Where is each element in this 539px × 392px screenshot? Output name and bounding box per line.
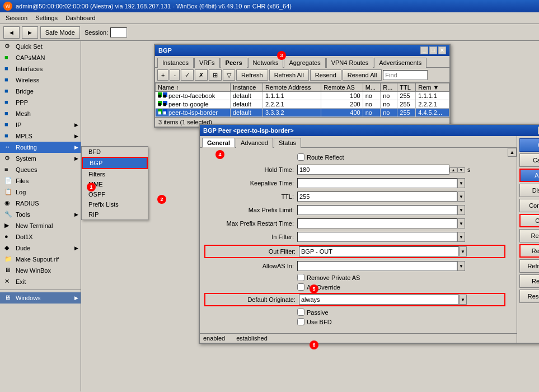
allowasin-input[interactable] [297, 261, 457, 271]
refreshall-peer-btn[interactable]: Refresh All [519, 259, 539, 273]
apply-btn[interactable]: Apply [519, 169, 539, 182]
hold-time-spin-up[interactable]: ▲ [449, 167, 457, 172]
sidebar-item-dot1x[interactable]: ● Dot1X [0, 231, 81, 242]
scroll-up-btn[interactable]: ▲ [508, 148, 517, 157]
bgp-filter-btn[interactable]: ▽ [223, 69, 235, 81]
submenu-item-rip[interactable]: RIP [82, 209, 148, 220]
refresh-peer-btn[interactable]: Refresh [519, 244, 539, 258]
bgp-resendall-btn[interactable]: Resend All [343, 69, 382, 81]
col-name[interactable]: Name ↑ [156, 83, 231, 92]
sidebar-item-windows[interactable]: 🖥 Windows ▶ [0, 292, 81, 304]
infilter-dropdown[interactable]: ▼ [457, 232, 465, 242]
bgp-copy-tool-btn[interactable]: ⊞ [209, 69, 222, 81]
session-input[interactable] [110, 27, 127, 38]
sidebar-item-ip[interactable]: ■ IP ▶ [0, 119, 81, 130]
route-reflect-checkbox[interactable] [297, 153, 304, 161]
copy-btn[interactable]: Copy [519, 214, 539, 227]
sidebar-item-makesupout[interactable]: 📁 Make Supout.rif [0, 254, 81, 265]
infilter-input[interactable] [297, 232, 457, 242]
menu-settings[interactable]: Settings [32, 13, 61, 22]
sidebar-item-dude[interactable]: ◆ Dude ▶ [0, 242, 81, 254]
sidebar-item-radius[interactable]: ◉ RADIUS [0, 198, 81, 209]
bgp-close-btn[interactable]: ✕ [438, 46, 446, 54]
usebfd-checkbox[interactable] [297, 318, 304, 325]
menu-session[interactable]: Session [2, 13, 31, 22]
remove-btn[interactable]: Remove [519, 229, 539, 242]
tab-networks[interactable]: Networks [248, 58, 284, 68]
passive-checkbox[interactable] [297, 309, 304, 316]
sidebar-item-capsman[interactable]: ■ CAPsMAN [0, 52, 81, 63]
submenu-item-bgp[interactable]: BGP [82, 157, 148, 169]
ok-btn[interactable]: OK [519, 138, 539, 152]
sidebar-item-system[interactable]: ⚙ System ▶ [0, 153, 81, 164]
submenu-item-bfd[interactable]: BFD [82, 147, 148, 157]
removeprivateas-checkbox[interactable] [297, 274, 304, 281]
submenu-item-prefixlists[interactable]: Prefix Lists [82, 199, 148, 209]
tab-aggregates[interactable]: Aggregates [284, 58, 325, 68]
sidebar-item-wireless[interactable]: ■ Wireless [0, 74, 81, 86]
maxprefixrestart-dropdown[interactable]: ▼ [457, 218, 465, 228]
asoverride-checkbox[interactable] [297, 283, 304, 291]
outfilter-input[interactable] [299, 246, 459, 256]
maxprefix-dropdown[interactable]: ▼ [457, 205, 465, 215]
col-rem[interactable]: Rem ▼ [416, 83, 449, 92]
bgp-maximize-btn[interactable]: □ [429, 46, 437, 54]
hold-time-input[interactable] [297, 165, 449, 175]
tab-advanced[interactable]: Advanced [236, 138, 273, 148]
sidebar-item-log[interactable]: 📋 Log [0, 186, 81, 198]
bgp-enable-btn[interactable]: ✓ [181, 69, 194, 81]
ttl-input[interactable] [297, 192, 457, 202]
tab-vpn4routes[interactable]: VPN4 Routes [326, 58, 374, 68]
sidebar-item-ppp[interactable]: ■ PPP [0, 97, 81, 108]
sidebar-item-files[interactable]: 📄 Files [0, 175, 81, 186]
tab-instances[interactable]: Instances [157, 58, 194, 68]
table-row[interactable]: ■■peer-to-facebook default 1.1.1.1 100 n… [156, 92, 449, 100]
col-ttl[interactable]: TTL [397, 83, 416, 92]
maxprefixrestart-input[interactable] [297, 218, 457, 228]
allowasin-dropdown[interactable]: ▼ [457, 261, 465, 271]
table-row[interactable]: ■■peer-to-google default 2.2.2.1 200 no … [156, 100, 449, 109]
sidebar-item-newterminal[interactable]: ▶ New Terminal [0, 220, 81, 231]
table-row-selected[interactable]: ■■peer-to-isp-border default 3.3.3.2 400… [156, 109, 449, 117]
col-remoteas[interactable]: Remote AS [321, 83, 363, 92]
keepalive-dropdown[interactable]: ▼ [457, 178, 465, 188]
tab-vrfs[interactable]: VRFs [194, 58, 220, 68]
col-instance[interactable]: Instance [230, 83, 263, 92]
defaultoriginate-dropdown-btn[interactable]: ▼ [459, 295, 467, 305]
sidebar-item-quickset[interactable]: ⚙ Quick Set [0, 41, 81, 52]
bgp-peer-titlebar[interactable]: BGP Peer <peer-to-isp-border> _ □ ✕ [200, 125, 539, 136]
bgp-disable-btn[interactable]: ✗ [195, 69, 208, 81]
bgp-remove-btn[interactable]: - [170, 69, 180, 81]
submenu-item-filters[interactable]: Filters [82, 169, 148, 179]
resend-peer-btn[interactable]: Resend [519, 274, 539, 288]
disable-btn[interactable]: Disable [519, 184, 539, 197]
resendall-peer-btn[interactable]: Resend All [519, 290, 539, 303]
menu-dashboard[interactable]: Dashboard [62, 13, 99, 22]
bgp-resend-btn[interactable]: Resend [310, 69, 341, 81]
hold-time-spin-down[interactable]: ▼ [457, 167, 465, 172]
bgp-add-btn[interactable]: + [157, 69, 168, 81]
keepalive-input[interactable] [297, 178, 457, 188]
comment-btn[interactable]: Comment [519, 199, 539, 212]
sidebar-item-interfaces[interactable]: ■ Interfaces [0, 63, 81, 74]
tab-status[interactable]: Status [274, 138, 301, 148]
bgp-refresh-btn[interactable]: Refresh [236, 69, 268, 81]
tab-advertisements[interactable]: Advertisements [374, 58, 426, 68]
tab-peers[interactable]: Peers [221, 58, 247, 68]
ttl-dropdown[interactable]: ▼ [457, 192, 465, 202]
sidebar-item-mesh[interactable]: ■ Mesh [0, 108, 81, 119]
safe-mode-btn[interactable]: Safe Mode [40, 26, 80, 39]
outfilter-dropdown[interactable]: ▼ [459, 246, 467, 256]
cancel-btn[interactable]: Cancel [519, 153, 539, 167]
col-remoteaddr[interactable]: Remote Address [263, 83, 321, 92]
col-r[interactable]: R... [381, 83, 397, 92]
bgp-refreshall-btn[interactable]: Refresh All [269, 69, 309, 81]
sidebar-item-tools[interactable]: 🔧 Tools ▶ [0, 209, 81, 220]
sidebar-item-bridge[interactable]: ■ Bridge [0, 86, 81, 97]
maxprefix-input[interactable] [297, 205, 457, 215]
sidebar-item-exit[interactable]: ✕ Exit [0, 276, 81, 287]
forward-btn[interactable]: ► [22, 26, 38, 39]
bgp-window-titlebar[interactable]: BGP _ □ ✕ [155, 45, 449, 56]
defaultoriginate-select[interactable]: always [299, 295, 459, 305]
bgp-minimize-btn[interactable]: _ [420, 46, 428, 54]
